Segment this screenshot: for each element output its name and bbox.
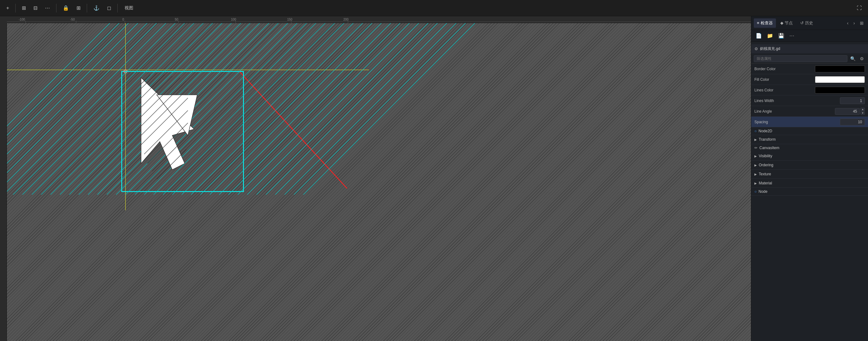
visibility-section: ▶ Visibility <box>751 152 868 161</box>
node-label: Node <box>758 189 768 194</box>
ruler-vertical <box>0 16 7 341</box>
svg-text:150: 150 <box>287 18 292 21</box>
transform-title: Transform <box>759 137 776 142</box>
tool-select[interactable]: ◻ <box>104 4 114 12</box>
panel-expand[interactable]: ⊞ <box>858 19 866 27</box>
lines-color-swatch[interactable] <box>815 87 865 94</box>
spacing-input[interactable] <box>840 119 865 125</box>
transform-header[interactable]: ▶ Transform <box>751 135 868 144</box>
gear-icon: ⚙ <box>754 46 758 51</box>
material-title: Material <box>759 181 772 185</box>
ruler-horizontal: -100 -50 0 50 100 150 200 <box>0 16 751 23</box>
lines-color-row: Lines Color <box>751 85 868 95</box>
svg-text:-100: -100 <box>19 18 25 21</box>
line-angle-up[interactable]: ▲ <box>861 107 865 111</box>
svg-line-57 <box>7 23 129 195</box>
material-arrow: ▶ <box>754 182 757 185</box>
line-angle-spinner-btns: ▲ ▼ <box>861 107 865 115</box>
ruler-corner <box>0 16 7 23</box>
tab-history[interactable]: ↺ 历史 <box>797 19 816 28</box>
svg-text:50: 50 <box>175 18 179 21</box>
border-color-row: Border Color <box>751 64 868 74</box>
fill-color-value <box>795 76 865 83</box>
fill-color-row: Fill Color <box>751 74 868 85</box>
tab-inspector[interactable]: ≡ 检查器 <box>754 19 776 28</box>
svg-line-44 <box>200 23 372 195</box>
spacing-row: Spacing <box>751 117 868 127</box>
texture-header[interactable]: ▶ Texture <box>751 170 868 179</box>
tool-lock[interactable]: 🔒 <box>60 4 71 12</box>
main-area: -100 -50 0 50 100 150 200 <box>0 16 868 341</box>
line-angle-input[interactable] <box>835 108 860 115</box>
svg-line-53 <box>285 23 456 195</box>
svg-line-56 <box>7 23 138 195</box>
open-file-btn[interactable]: 📁 <box>765 32 775 40</box>
tool-more[interactable]: ⋯ <box>42 4 53 12</box>
top-toolbar: + ⊞ ⊟ ⋯ 🔒 ⊞ ⚓ ◻ 视图 ⛶ <box>0 0 868 16</box>
transform-section: ▶ Transform <box>751 135 868 144</box>
right-panel: ≡ 检查器 ◆ 节点 ↺ 历史 ‹ › ⊞ 📄 📁 💾 ⋯ <box>751 16 868 341</box>
history-icon: ↺ <box>800 21 804 25</box>
svg-line-28 <box>51 23 222 195</box>
transform-arrow: ▶ <box>754 138 757 141</box>
svg-line-46 <box>219 23 391 195</box>
node-icon: ○ <box>754 189 756 194</box>
texture-title: Texture <box>759 172 771 176</box>
svg-line-54 <box>294 23 466 195</box>
line-angle-value: ▲ ▼ <box>795 107 865 115</box>
filter-bar: 🔍 ⚙ <box>751 54 868 64</box>
panel-collapse-right[interactable]: › <box>851 19 857 27</box>
svg-text:-50: -50 <box>70 18 75 21</box>
separator-2 <box>56 4 57 12</box>
svg-line-42 <box>182 23 353 195</box>
filter-options-btn[interactable]: ⚙ <box>858 55 866 62</box>
filter-input[interactable] <box>754 55 847 62</box>
inspector-content: ⚙ 斜线填充.gd 🔍 ⚙ Border Color Fill Color <box>751 42 868 341</box>
fill-color-swatch[interactable] <box>815 76 865 83</box>
filter-search-btn[interactable]: 🔍 <box>849 55 857 62</box>
tab-nodes[interactable]: ◆ 节点 <box>777 19 796 28</box>
svg-line-51 <box>266 23 438 195</box>
new-file-btn[interactable]: 📄 <box>754 32 764 40</box>
tool-anchor[interactable]: ⚓ <box>91 4 102 12</box>
lines-width-input[interactable] <box>840 97 865 104</box>
material-header[interactable]: ▶ Material <box>751 179 868 187</box>
svg-line-47 <box>228 23 400 195</box>
nodes-icon: ◆ <box>780 21 783 25</box>
canvas-area[interactable]: -100 -50 0 50 100 150 200 <box>0 16 751 341</box>
svg-line-50 <box>256 23 428 195</box>
border-color-label: Border Color <box>754 67 795 71</box>
tool-snap[interactable]: ⊟ <box>31 4 40 12</box>
material-section: ▶ Material <box>751 179 868 188</box>
tool-grid[interactable]: ⊞ <box>19 4 28 12</box>
spacing-value <box>795 119 865 125</box>
lines-color-value <box>795 87 865 94</box>
border-color-swatch[interactable] <box>815 65 865 72</box>
node2d-icon: ○ <box>754 129 756 133</box>
line-angle-label: Line Angle <box>754 109 795 114</box>
visibility-title: Visibility <box>759 154 772 158</box>
lines-width-value <box>795 97 865 104</box>
svg-line-52 <box>275 23 447 195</box>
canvas-item-label: CanvasItem <box>760 146 779 150</box>
separator-1 <box>15 4 16 12</box>
node-row: ○ Node <box>751 188 868 196</box>
ordering-header[interactable]: ▶ Ordering <box>751 161 868 169</box>
line-angle-down[interactable]: ▼ <box>861 112 865 115</box>
visibility-header[interactable]: ▶ Visibility <box>751 152 868 160</box>
more-btn[interactable]: ⋯ <box>787 32 796 40</box>
line-angle-row: Line Angle ▲ ▼ <box>751 106 868 117</box>
tool-group[interactable]: ⊞ <box>74 4 83 12</box>
lines-color-label: Lines Color <box>754 88 795 92</box>
maximize-button[interactable]: ⛶ <box>854 4 864 12</box>
visibility-arrow: ▶ <box>754 154 757 158</box>
canvas-svg <box>7 23 751 341</box>
border-color-value <box>795 65 865 72</box>
view-button[interactable]: 视图 <box>121 4 136 12</box>
save-file-btn[interactable]: 💾 <box>776 32 786 40</box>
inspector-icon: ≡ <box>757 21 760 25</box>
panel-tabs: ≡ 检查器 ◆ 节点 ↺ 历史 ‹ › ⊞ <box>751 16 868 30</box>
add-button[interactable]: + <box>4 4 11 12</box>
ordering-section: ▶ Ordering <box>751 161 868 170</box>
panel-collapse-left[interactable]: ‹ <box>845 19 850 27</box>
